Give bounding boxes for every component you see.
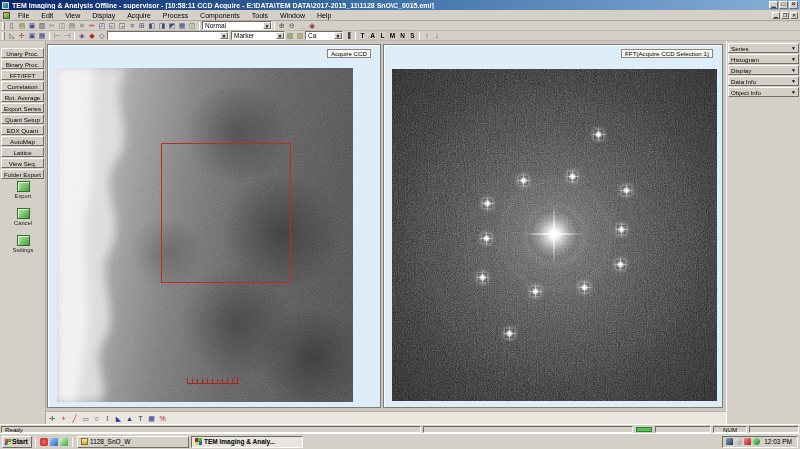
align-left-icon[interactable]: ⊢ (52, 31, 62, 40)
profile-tool-icon[interactable]: I (103, 413, 113, 423)
text-style-s-button[interactable]: S (408, 31, 417, 40)
sidebar-function-button[interactable]: Lattice (1, 147, 44, 157)
save-icon[interactable]: ▣ (27, 21, 37, 30)
view-quad-icon[interactable]: ◲ (117, 21, 127, 30)
copy-icon[interactable]: ◫ (57, 21, 67, 30)
info-icon[interactable]: ◉ (307, 21, 317, 30)
start-button[interactable]: Start (2, 436, 32, 448)
font-combo[interactable]: Ca ▼ (305, 31, 343, 40)
text-style-a-button[interactable]: A (368, 31, 377, 40)
taskbar-item-tem-app[interactable]: TEM Imaging & Analy... (191, 436, 303, 448)
browser-quicklaunch-icon[interactable] (40, 438, 48, 446)
sidebar-function-button[interactable]: FFT/IFFT (1, 70, 44, 80)
child-minimize-button[interactable]: ▁ (772, 12, 780, 19)
link-icon[interactable]: ✏ (87, 21, 97, 30)
menu-item[interactable]: Acquire (122, 12, 156, 19)
sidebar-function-button[interactable]: Binary Proc. (1, 59, 44, 69)
show-desktop-icon[interactable] (50, 438, 58, 446)
cut-icon[interactable]: ✂ (47, 21, 57, 30)
text-style-t-button[interactable]: T (358, 31, 367, 40)
text-style-m-button[interactable]: M (388, 31, 397, 40)
sidebar-function-button[interactable]: Unary Proc. (1, 48, 44, 58)
sidebar-function-button[interactable]: View Seq. (1, 158, 44, 168)
display-settings-icon[interactable]: ◫ (187, 21, 197, 30)
accordion-section-header[interactable]: Histogram ▼ (728, 54, 799, 64)
fill-color-icon[interactable]: ◇ (97, 31, 107, 40)
wedge-tool-icon[interactable]: ▲ (125, 413, 135, 423)
menu-item[interactable]: Display (87, 12, 120, 19)
media-quicklaunch-icon[interactable] (60, 438, 68, 446)
menu-item[interactable]: Tools (247, 12, 273, 19)
menu-item[interactable]: Process (158, 12, 193, 19)
sidebar-function-button[interactable]: Quant Setup (1, 114, 44, 124)
zoom-in-icon[interactable]: ⊕ (277, 21, 287, 30)
accordion-section-header[interactable]: Object Info ▼ (728, 87, 799, 97)
color-picker-icon[interactable]: ◈ (77, 31, 87, 40)
child-close-button[interactable]: ✕ (790, 12, 798, 19)
sidebar-tool-button[interactable]: Cancel (0, 208, 46, 234)
text-style-n-button[interactable]: N (398, 31, 407, 40)
toolbar-grip[interactable] (2, 22, 5, 30)
scale-tool-icon[interactable]: % (158, 413, 168, 423)
antivirus-tray-icon[interactable] (744, 438, 751, 445)
view-single-icon[interactable]: ◰ (97, 21, 107, 30)
font-color-icon[interactable]: ◆ (87, 31, 97, 40)
accordion-section-header[interactable]: Display ▼ (728, 65, 799, 75)
line-tool-icon[interactable]: ╱ (70, 413, 80, 423)
menu-item[interactable]: File (13, 12, 34, 19)
format-combo[interactable]: Normal ▼ (202, 21, 272, 30)
print-icon[interactable]: ▥ (37, 21, 47, 30)
menu-item[interactable]: View (60, 12, 85, 19)
point-marker-tool-icon[interactable]: + (59, 413, 69, 423)
accordion-section-header[interactable]: Data Info ▼ (728, 76, 799, 86)
text-tool-icon[interactable]: T (136, 413, 146, 423)
chevron-down-icon[interactable]: ▼ (334, 32, 342, 39)
marker-add-icon[interactable]: ✛ (17, 31, 27, 40)
window-cascade-icon[interactable]: ◧ (147, 21, 157, 30)
marker-type-combo[interactable]: Marker ▼ (231, 31, 285, 40)
sidebar-function-button[interactable]: Export Series (1, 103, 44, 113)
taskbar-item-folder[interactable]: 1128_SnO_W (77, 436, 189, 448)
move-tool-icon[interactable]: ✛ (48, 413, 58, 423)
sidebar-function-button[interactable]: AutoMap (1, 136, 44, 146)
menu-item[interactable]: Help (312, 12, 336, 19)
view-dual-icon[interactable]: ◱ (107, 21, 117, 30)
window-tile-horizontal-icon[interactable]: ◨ (157, 21, 167, 30)
fft-image-canvas[interactable] (392, 69, 717, 401)
apply-font-icon[interactable]: ▐ (343, 31, 353, 40)
title-bar[interactable]: TEM Imaging & Analysis Offline - supervi… (0, 0, 800, 10)
window-grid-icon[interactable]: ▦ (177, 21, 187, 30)
sidebar-tool-button[interactable]: Settings (0, 235, 46, 261)
ellipse-tool-icon[interactable]: ○ (92, 413, 102, 423)
sidebar-function-button[interactable]: Correlation (1, 81, 44, 91)
sidebar-function-button[interactable]: Rot. Average (1, 92, 44, 102)
accordion-section-header[interactable]: Series ▼ (728, 43, 799, 53)
new-icon[interactable]: ▯ (7, 21, 17, 30)
angle-tool-icon[interactable]: ◣ (114, 413, 124, 423)
child-restore-button[interactable]: ❐ (781, 12, 789, 19)
chevron-down-icon[interactable]: ▼ (263, 22, 271, 29)
close-button[interactable]: ✕ (789, 1, 798, 9)
maximize-button[interactable]: □ (779, 1, 788, 9)
select-frame-icon[interactable]: ⊞ (137, 21, 147, 30)
image-panel-fft[interactable]: FFT(Acquire CCD Selection 1) (383, 44, 723, 408)
toolbar-grip[interactable] (2, 32, 5, 40)
volume-tray-icon[interactable] (735, 438, 742, 445)
image-marker-tool-icon[interactable]: ▦ (147, 413, 157, 423)
rectangle-tool-icon[interactable]: ▭ (81, 413, 91, 423)
clock[interactable]: 12:03 PM (762, 438, 794, 445)
sidebar-function-button[interactable]: Folder Export (1, 169, 44, 179)
document-icon[interactable] (3, 12, 10, 19)
label-edit-icon[interactable]: ▨ (295, 31, 305, 40)
paste-icon[interactable]: ▤ (67, 21, 77, 30)
scale-bar[interactable]: nm (187, 379, 239, 384)
label-style-icon[interactable]: ▧ (285, 31, 295, 40)
marker-edit-icon[interactable]: ▣ (27, 31, 37, 40)
sidebar-tool-button[interactable]: Export (0, 181, 46, 207)
menu-item[interactable]: Edit (36, 12, 58, 19)
menu-item[interactable]: Window (275, 12, 310, 19)
superscript-icon[interactable]: ↑ (422, 31, 432, 40)
open-icon[interactable]: ▤ (17, 21, 27, 30)
marker-delete-icon[interactable]: ▦ (37, 31, 47, 40)
selection-rectangle[interactable] (161, 143, 291, 283)
